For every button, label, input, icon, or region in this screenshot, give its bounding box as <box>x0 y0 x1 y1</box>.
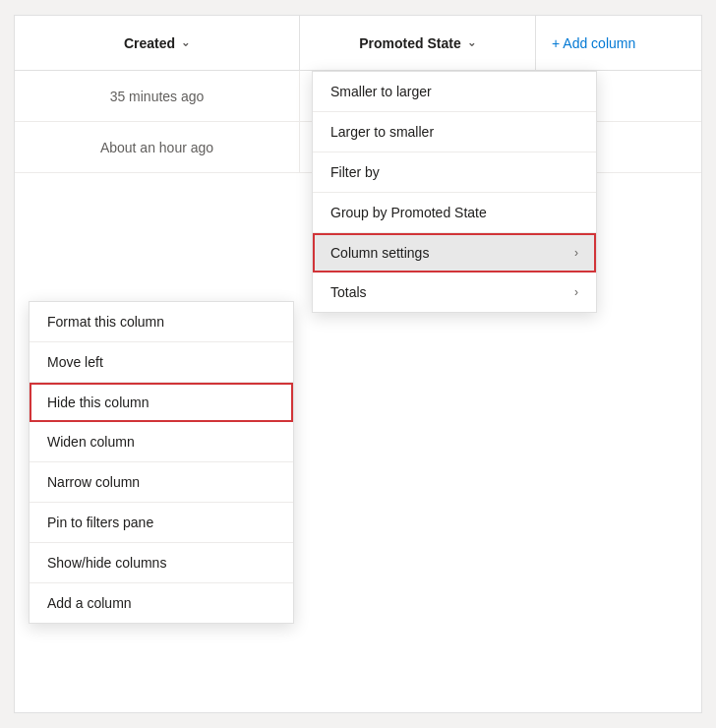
right-context-menu: Smaller to larger Larger to smaller Filt… <box>312 71 597 313</box>
menu-item-narrow-column-label: Narrow column <box>47 474 140 490</box>
menu-item-column-settings-label: Column settings <box>330 245 429 261</box>
menu-item-show-hide-columns[interactable]: Show/hide columns <box>30 543 293 583</box>
created-cell-1: 35 minutes ago <box>15 71 300 121</box>
created-column-header[interactable]: Created ⌄ <box>15 16 300 70</box>
created-chevron-icon: ⌄ <box>181 36 190 49</box>
menu-item-add-column[interactable]: Add a column <box>30 583 293 623</box>
main-container: Created ⌄ Promoted State ⌄ + Add column … <box>14 15 702 713</box>
menu-item-group-by-label: Group by Promoted State <box>330 205 487 220</box>
header-row: Created ⌄ Promoted State ⌄ + Add column <box>15 16 701 71</box>
add-column-label: + Add column <box>552 35 635 51</box>
menu-item-totals[interactable]: Totals › <box>313 273 596 312</box>
menu-item-totals-label: Totals <box>330 284 367 300</box>
menu-item-group-by[interactable]: Group by Promoted State <box>313 193 596 233</box>
menu-item-hide-column[interactable]: Hide this column <box>30 383 293 422</box>
left-context-menu: Format this column Move left Hide this c… <box>29 301 294 624</box>
menu-item-add-column-label: Add a column <box>47 595 132 611</box>
menu-item-smaller-larger[interactable]: Smaller to larger <box>313 72 596 112</box>
menu-item-pin-filters-label: Pin to filters pane <box>47 515 153 530</box>
menu-item-pin-filters[interactable]: Pin to filters pane <box>30 503 293 543</box>
created-value-2: About an hour ago <box>100 140 213 155</box>
menu-item-move-left-label: Move left <box>47 354 103 370</box>
menu-item-larger-smaller-label: Larger to smaller <box>330 124 434 140</box>
menu-item-column-settings[interactable]: Column settings › <box>313 233 596 273</box>
menu-item-narrow-column[interactable]: Narrow column <box>30 462 293 503</box>
column-settings-arrow-icon: › <box>574 246 578 260</box>
created-cell-2: About an hour ago <box>15 122 300 172</box>
menu-item-hide-column-label: Hide this column <box>47 394 149 410</box>
menu-item-move-left[interactable]: Move left <box>30 342 293 383</box>
promoted-chevron-icon: ⌄ <box>467 36 476 49</box>
created-label: Created <box>124 35 175 51</box>
add-column-button[interactable]: + Add column <box>536 35 651 51</box>
menu-item-larger-smaller[interactable]: Larger to smaller <box>313 112 596 152</box>
menu-item-format-column[interactable]: Format this column <box>30 302 293 342</box>
menu-item-show-hide-columns-label: Show/hide columns <box>47 555 166 571</box>
menu-item-filter-by-label: Filter by <box>330 164 380 180</box>
promoted-label: Promoted State <box>359 35 460 51</box>
menu-item-smaller-larger-label: Smaller to larger <box>330 84 432 99</box>
menu-item-widen-column[interactable]: Widen column <box>30 422 293 462</box>
created-value-1: 35 minutes ago <box>110 89 205 104</box>
totals-arrow-icon: › <box>574 285 578 299</box>
menu-item-filter-by[interactable]: Filter by <box>313 152 596 193</box>
menu-item-widen-column-label: Widen column <box>47 434 135 450</box>
promoted-column-header[interactable]: Promoted State ⌄ <box>300 16 536 70</box>
menu-item-format-column-label: Format this column <box>47 314 164 330</box>
